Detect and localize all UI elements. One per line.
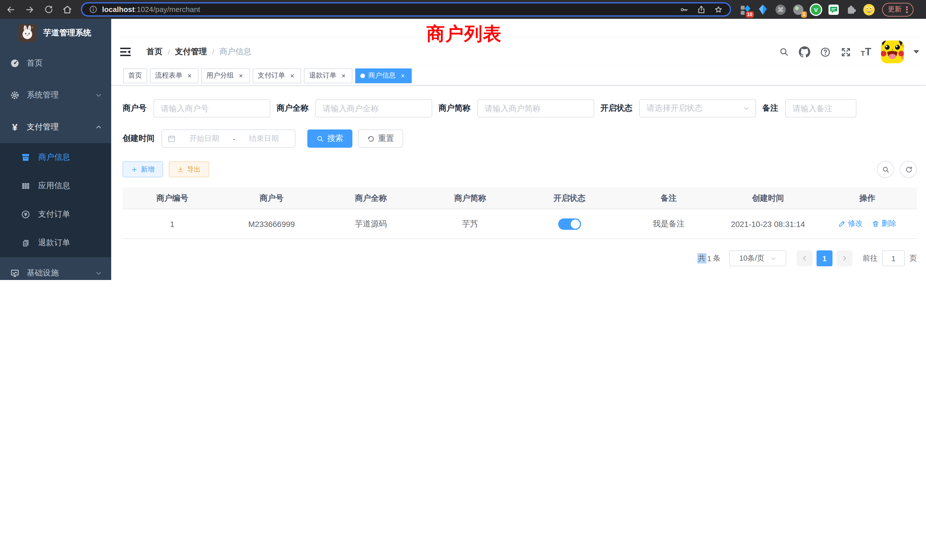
extension-vue-icon[interactable]: V [809,3,822,16]
sidebar-item-system[interactable]: 系统管理 [0,79,111,111]
emoji-avatar-icon[interactable] [863,3,875,16]
sidebar-item-refund-order[interactable]: 退款订单 [0,229,111,257]
prev-page-button[interactable] [797,250,813,266]
page-size-select[interactable]: 10条/页 [729,250,786,266]
sidebar-item-merchant-info[interactable]: 商户信息 [0,143,111,172]
sidebar-item-home[interactable]: 首页 [0,47,111,79]
close-icon[interactable] [289,72,296,79]
extension-command-icon[interactable]: ⌘ [774,3,787,16]
extension-badge: 10 [746,11,754,17]
header-search-icon[interactable] [779,47,789,57]
full-name-input[interactable] [315,99,432,118]
browser-update-button[interactable]: 更新 [882,3,914,16]
tag-merchant-info[interactable]: 商户信息 [355,68,412,83]
browser-reload-button[interactable] [41,2,56,17]
date-range-picker[interactable]: 开始日期 - 结束日期 [161,129,295,148]
col-actions: 操作 [818,188,917,209]
jump-page-input[interactable] [882,250,905,266]
next-page-button[interactable] [837,250,852,266]
help-icon[interactable] [820,47,831,57]
add-button[interactable]: 新增 [123,161,163,177]
search-button[interactable]: 搜索 [307,129,353,148]
sidebar-collapse-icon[interactable] [119,45,132,58]
toggle-search-button[interactable] [877,161,894,178]
col-status: 开启状态 [520,188,619,209]
extension-grid-icon[interactable]: 10 [739,3,752,16]
extension-profile-icon[interactable]: 1 [792,3,805,16]
remark-input[interactable] [785,99,856,118]
fullscreen-icon[interactable] [840,47,851,57]
page-content: 商户号 商户全称 商户简称 开启状态 请选择开启状态 [111,86,926,266]
navbar-actions: TT [779,38,919,66]
github-icon[interactable] [799,46,810,58]
cell-full-name: 芋道源码 [321,209,421,239]
avatar-caret-icon[interactable] [914,50,919,54]
refresh-button[interactable] [900,161,917,178]
edit-link[interactable]: 修改 [838,219,863,229]
cell-no: 1 [123,209,222,239]
app-root: localhost:1024/pay/merchant 10 ⌘ [0,0,926,280]
cell-merchant-id: M233666999 [222,209,321,239]
delete-link[interactable]: 删除 [872,219,896,229]
start-date-placeholder: 开始日期 [179,133,230,144]
active-dot-icon [360,73,365,78]
col-merchant-id: 商户号 [222,188,321,209]
sidebar-submenu-pay: 商户信息 应用信息 ¥ 支付订单 退款订单 [0,143,111,257]
close-icon[interactable] [237,72,245,79]
extensions-puzzle-icon[interactable] [845,3,858,16]
browser-forward-button[interactable] [22,2,37,17]
filter-short-name: 商户简称 [439,99,594,118]
user-avatar[interactable] [881,41,904,63]
filter-full-name: 商户全称 [277,99,432,118]
breadcrumb-home[interactable]: 首页 [147,47,162,57]
tag-process-form[interactable]: 流程表单 [150,68,198,83]
merchant-no-input[interactable] [153,99,270,118]
reset-button[interactable]: 重置 [358,129,403,148]
sidebar-item-pay[interactable]: ¥ 支付管理 [0,111,111,143]
extension-chat-icon[interactable] [828,3,840,16]
tag-home[interactable]: 首页 [123,68,147,83]
browser-back-button[interactable] [3,2,18,17]
table-header-row: 商户编号 商户号 商户全称 商户简称 开启状态 备注 创建时间 操作 [123,188,917,209]
yen-icon: ¥ [10,122,20,132]
update-label: 更新 [888,5,902,14]
monitor-icon [10,269,20,278]
grid-icon [21,182,30,191]
status-select[interactable]: 请选择开启状态 [639,99,756,118]
export-button[interactable]: 导出 [169,161,209,177]
url-host: localhost [102,5,135,14]
sidebar-logo[interactable]: 芋道管理系统 [0,19,111,47]
tag-user-group[interactable]: 用户分组 [201,68,250,83]
address-bar[interactable]: localhost:1024/pay/merchant [81,2,731,17]
tag-pay-order[interactable]: 支付订单 [253,68,301,83]
browser-home-button[interactable] [60,2,75,17]
annotation-title: 商户列表 [427,22,502,47]
share-icon[interactable] [697,5,706,14]
cell-remark: 我是备注 [619,209,718,239]
url-path: :1024/pay/merchant [135,5,200,14]
password-key-icon[interactable] [680,5,689,14]
site-info-icon[interactable] [89,5,97,14]
sidebar-item-infra[interactable]: 基础设施 [0,257,111,280]
status-toggle[interactable] [558,218,581,230]
sidebar-item-app-info[interactable]: 应用信息 [0,172,111,200]
close-icon[interactable] [186,72,193,79]
extension-kite-icon[interactable] [757,3,769,16]
pagination-jumper: 前往 页 [863,250,917,266]
close-icon[interactable] [340,72,347,79]
short-name-input[interactable] [477,99,594,118]
document-icon [21,239,30,247]
pagination: 共1条 10条/页 1 前往 页 [123,250,917,266]
page-number-1[interactable]: 1 [817,250,832,266]
tag-refund-order[interactable]: 退款订单 [304,68,353,83]
app-title: 芋道管理系统 [43,28,91,38]
breadcrumb-current: 商户信息 [219,47,251,57]
col-merchant-no: 商户编号 [123,188,222,209]
font-size-icon[interactable]: TT [861,47,871,57]
browser-menu-icon[interactable] [906,5,908,14]
top-navbar: 首页 / 支付管理 / 商户信息 TT [111,38,926,66]
bookmark-star-icon[interactable] [714,5,723,14]
sidebar-item-pay-order[interactable]: ¥ 支付订单 [0,200,111,229]
close-icon[interactable] [399,72,407,79]
breadcrumb-pay[interactable]: 支付管理 [175,47,207,57]
